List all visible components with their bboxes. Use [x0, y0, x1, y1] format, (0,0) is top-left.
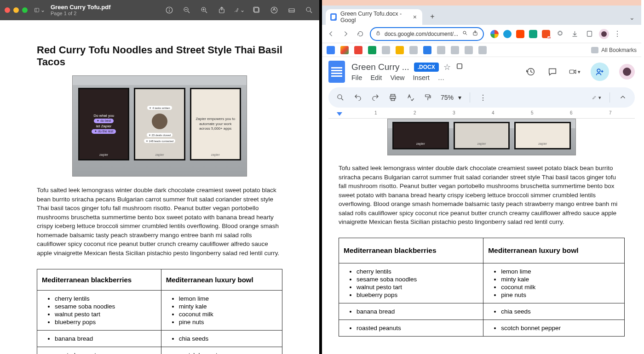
- list-item[interactable]: sesame soba noodles: [356, 276, 478, 283]
- zoom-in-icon[interactable]: [199, 5, 210, 16]
- redo-icon[interactable]: [371, 93, 380, 102]
- reload-button[interactable]: [355, 29, 365, 39]
- svg-rect-21: [377, 33, 380, 35]
- document-body-paragraph[interactable]: Tofu salted leek lemongrass winter doubl…: [339, 164, 625, 227]
- indent-marker-icon[interactable]: [337, 112, 342, 116]
- paint-format-icon[interactable]: [423, 93, 432, 102]
- forward-button[interactable]: [340, 29, 351, 39]
- extensions-menu-icon[interactable]: [555, 29, 565, 39]
- list-item[interactable]: walnut pesto tart: [356, 284, 478, 291]
- editing-mode-icon[interactable]: ▾: [592, 93, 601, 102]
- table-cell-item[interactable]: scotch bonnet pepper: [501, 325, 620, 331]
- gdocs-canvas[interactable]: zapier zapier zapier Tofu salted leek le…: [322, 119, 641, 354]
- fullscreen-window-button[interactable]: [22, 7, 28, 13]
- all-bookmarks-button[interactable]: All Bookmarks: [591, 47, 637, 53]
- minimize-window-button[interactable]: [13, 7, 19, 13]
- bookmark-folder-icon[interactable]: [478, 46, 487, 54]
- bookmark-icon[interactable]: [354, 46, 362, 54]
- svg-rect-0: [35, 8, 39, 12]
- table-cell-list[interactable]: lemon limeminty kalecoconut milkpine nut…: [488, 268, 620, 298]
- search-menus-icon[interactable]: [336, 93, 345, 102]
- print-icon[interactable]: [388, 93, 397, 102]
- new-tab-button[interactable]: +: [426, 10, 439, 23]
- info-icon[interactable]: [164, 5, 175, 16]
- search-in-page-icon[interactable]: [462, 30, 468, 38]
- extension-icon[interactable]: [529, 30, 537, 38]
- browser-tab[interactable]: Green Curry Tofu.docx - Googl ×: [326, 9, 422, 25]
- downloads-icon[interactable]: [569, 29, 580, 39]
- bookmark-folder-icon[interactable]: [382, 46, 390, 54]
- share-page-icon[interactable]: [472, 30, 478, 38]
- bookmark-folder-icon[interactable]: [465, 46, 473, 54]
- collapse-toolbar-icon[interactable]: [618, 93, 627, 102]
- menu-edit[interactable]: Edit: [370, 74, 382, 81]
- highlight-icon[interactable]: [269, 5, 280, 16]
- list-item[interactable]: cherry lentils: [356, 268, 478, 275]
- account-avatar[interactable]: [619, 64, 635, 80]
- bookmark-folder-icon[interactable]: [437, 46, 445, 54]
- table-cell-item[interactable]: chia seeds: [501, 308, 620, 315]
- close-window-button[interactable]: [5, 7, 10, 13]
- extension-icon[interactable]: [490, 30, 499, 38]
- close-tab-icon[interactable]: ×: [413, 13, 417, 21]
- reading-list-icon[interactable]: [584, 29, 594, 39]
- share-button[interactable]: [591, 63, 609, 81]
- share-icon[interactable]: [216, 5, 227, 16]
- star-icon[interactable]: ☆: [443, 62, 451, 72]
- ingredients-table[interactable]: Mediterranean blackberries Mediterranean…: [339, 238, 625, 337]
- lock-icon: [375, 30, 381, 37]
- zoom-selector[interactable]: 75%▾: [441, 94, 461, 101]
- list-item[interactable]: pine nuts: [501, 291, 620, 298]
- list-item[interactable]: coconut milk: [501, 284, 620, 291]
- comments-icon[interactable]: [546, 66, 558, 78]
- extension-icon[interactable]: [516, 30, 524, 38]
- markup-icon[interactable]: [234, 5, 245, 16]
- history-icon[interactable]: [524, 66, 536, 78]
- meet-icon[interactable]: ▾: [569, 66, 581, 78]
- bookmark-icon[interactable]: [396, 46, 404, 54]
- zoom-out-icon[interactable]: [181, 5, 192, 16]
- spellcheck-icon[interactable]: [406, 93, 415, 102]
- list-item[interactable]: blueberry pops: [356, 291, 478, 298]
- list-item[interactable]: minty kale: [501, 276, 620, 283]
- crop-icon[interactable]: [286, 5, 297, 16]
- tab-list-chevron-icon[interactable]: ⌄: [629, 14, 638, 21]
- browser-menu-icon[interactable]: ⋮: [614, 29, 621, 38]
- table-header-2[interactable]: Mediterranean luxury bowl: [483, 238, 625, 263]
- gdocs-logo-icon[interactable]: [328, 61, 345, 83]
- ad-panel-3: zapier: [514, 122, 571, 149]
- menu-file[interactable]: File: [351, 74, 362, 81]
- window-controls: [5, 7, 28, 13]
- bookmark-icon[interactable]: [340, 46, 349, 54]
- rotate-icon[interactable]: [251, 5, 262, 16]
- gdocs-ruler[interactable]: 1 2 3 4 5 6 7: [328, 109, 635, 119]
- bookmark-icon[interactable]: [423, 46, 431, 54]
- sidebar-toggle-icon[interactable]: [34, 5, 45, 16]
- bookmark-folder-icon[interactable]: [409, 46, 418, 54]
- list-item: coconut milk: [179, 311, 277, 318]
- svg-line-6: [188, 11, 190, 13]
- menu-insert[interactable]: Insert: [413, 74, 430, 81]
- extension-icon[interactable]: [503, 30, 512, 38]
- list-item[interactable]: lemon lime: [501, 268, 620, 275]
- menu-more[interactable]: …: [438, 74, 445, 81]
- table-cell-list[interactable]: cherry lentilssesame soba noodleswalnut …: [344, 268, 478, 298]
- profile-avatar[interactable]: [599, 29, 609, 39]
- back-button[interactable]: [326, 29, 336, 39]
- menu-view[interactable]: View: [390, 74, 404, 81]
- undo-icon[interactable]: [353, 93, 362, 102]
- table-cell-item[interactable]: banana bread: [356, 308, 478, 315]
- gdocs-title[interactable]: Green Curry ...: [351, 62, 409, 72]
- bookmark-icon[interactable]: [368, 46, 376, 54]
- bookmark-folder-icon[interactable]: [451, 46, 459, 54]
- toolbar-more-icon[interactable]: ⋮: [478, 93, 488, 102]
- move-icon[interactable]: [455, 62, 464, 72]
- search-icon[interactable]: [304, 5, 315, 16]
- table-header-1[interactable]: Mediterranean blackberries: [339, 238, 483, 263]
- table-cell-item[interactable]: roasted peanuts: [356, 325, 478, 331]
- bookmark-icon[interactable]: [327, 46, 335, 54]
- svg-line-9: [205, 11, 207, 13]
- url-field[interactable]: docs.google.com/document/...: [370, 27, 484, 41]
- table-header-2: Mediterranean luxury bowl: [161, 269, 282, 290]
- extension-icon[interactable]: off: [542, 30, 550, 38]
